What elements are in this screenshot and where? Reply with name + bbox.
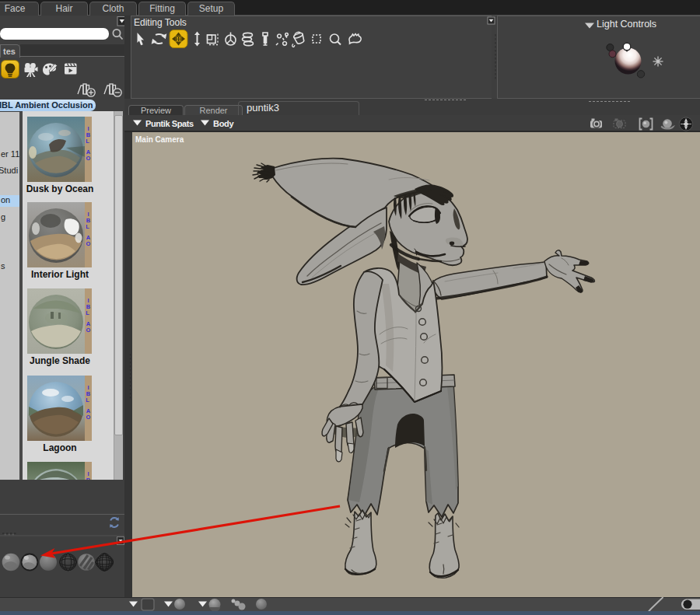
svg-text:IBL AO: IBL AO <box>86 125 91 162</box>
svg-text:Body: Body <box>213 119 234 128</box>
svg-text:IBL AO: IBL AO <box>86 211 91 247</box>
svg-text:IBL AO: IBL AO <box>86 297 91 334</box>
svg-text:IBL AO: IBL AO <box>86 384 91 421</box>
svg-text:Puntik Spats: Puntik Spats <box>145 119 194 128</box>
